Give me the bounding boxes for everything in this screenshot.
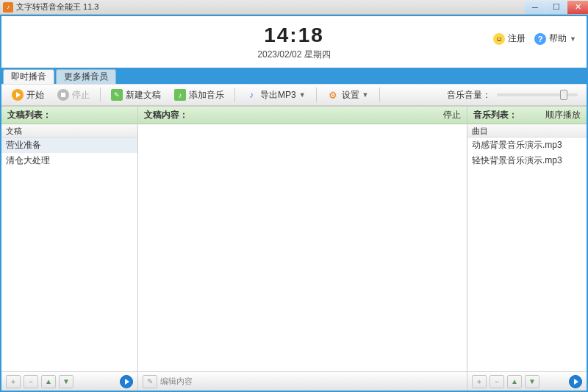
music-panel: 音乐列表： 顺序播放 曲目 动感背景音乐演示.mp3 轻快背景音乐演示.mp3 …	[467, 107, 587, 391]
scripts-panel-header: 文稿列表：	[1, 107, 137, 124]
help-icon: ?	[534, 33, 546, 45]
scripts-list: 营业准备 清仓大处理	[1, 138, 137, 371]
scripts-add-button[interactable]: ＋	[6, 375, 21, 388]
help-button[interactable]: ? 帮助 ▼	[534, 32, 576, 45]
new-script-button[interactable]: 新建文稿	[105, 87, 167, 104]
content-footer: 编辑内容	[138, 371, 467, 391]
window-minimize-button[interactable]: ─	[525, 1, 545, 14]
start-button[interactable]: 开始	[6, 87, 50, 104]
settings-button[interactable]: 设置 ▼	[321, 87, 375, 104]
scripts-down-button[interactable]: ▼	[59, 375, 74, 388]
music-play-button[interactable]	[569, 375, 582, 388]
tab-instant-broadcast[interactable]: 即时播音	[3, 69, 54, 84]
scripts-up-button[interactable]: ▲	[41, 375, 56, 388]
music-column-header[interactable]: 曲目	[467, 124, 587, 138]
toolbar-separator	[316, 88, 317, 102]
volume-label: 音乐音量：	[447, 89, 491, 101]
clock-time: 14:18	[257, 24, 330, 47]
music-panel-header: 音乐列表： 顺序播放	[467, 107, 587, 124]
chevron-down-icon: ▼	[362, 91, 369, 99]
play-icon	[12, 89, 24, 101]
toolbar: 开始 停止 新建文稿 添加音乐 导出MP3 ▼ 设置 ▼ 音乐音量：	[1, 84, 587, 106]
scripts-column-header[interactable]: 文稿	[1, 124, 137, 138]
register-button[interactable]: ☺ 注册	[493, 32, 526, 45]
music-remove-button[interactable]: －	[490, 375, 504, 388]
add-music-button[interactable]: 添加音乐	[168, 87, 230, 104]
window-maximize-button[interactable]: ☐	[546, 1, 567, 14]
content-panel-header: 文稿内容： 停止	[138, 107, 467, 124]
edit-content-button[interactable]	[143, 375, 157, 388]
music-footer: ＋ － ▲ ▼	[467, 371, 587, 391]
tabbar: 即时播音 更多播音员	[1, 68, 587, 84]
tab-more-announcers[interactable]: 更多播音员	[56, 69, 116, 84]
toolbar-separator	[379, 88, 380, 102]
content-status: 停止	[443, 109, 461, 121]
scripts-footer: ＋ － ▲ ▼	[1, 371, 137, 391]
music-add-button[interactable]: ＋	[472, 375, 487, 388]
register-label: 注册	[508, 32, 526, 45]
chevron-down-icon: ▼	[570, 35, 576, 43]
music-row[interactable]: 动感背景音乐演示.mp3	[467, 138, 587, 153]
scripts-remove-button[interactable]: －	[24, 375, 38, 388]
script-row[interactable]: 清仓大处理	[1, 153, 137, 168]
volume-thumb[interactable]	[560, 90, 567, 100]
toolbar-separator	[100, 88, 101, 102]
music-down-button[interactable]: ▼	[525, 375, 539, 388]
music-up-button[interactable]: ▲	[507, 375, 522, 388]
content-footer-label: 编辑内容	[160, 376, 193, 387]
help-label: 帮助	[549, 32, 567, 45]
stop-icon	[57, 89, 69, 101]
music-row[interactable]: 轻快背景音乐演示.mp3	[467, 153, 587, 168]
gear-icon	[327, 89, 339, 101]
script-row[interactable]: 营业准备	[1, 138, 137, 153]
window-close-button[interactable]: ✕	[567, 1, 588, 14]
note-icon	[245, 89, 257, 101]
header: 14:18 2023/02/02 星期四 ☺ 注册 ? 帮助 ▼	[1, 16, 587, 68]
scripts-play-button[interactable]	[120, 375, 133, 388]
app-icon: ♪	[3, 2, 13, 13]
document-icon	[111, 89, 123, 101]
content-textarea[interactable]	[138, 124, 467, 371]
window-titlebar: ♪ 文字转语音全能王 11.3 ─ ☐ ✕	[0, 0, 588, 15]
window-title: 文字转语音全能王 11.3	[16, 1, 98, 13]
clock-date: 2023/02/02 星期四	[257, 49, 330, 61]
export-mp3-button[interactable]: 导出MP3 ▼	[240, 87, 312, 104]
stop-button[interactable]: 停止	[51, 87, 96, 104]
music-list: 动感背景音乐演示.mp3 轻快背景音乐演示.mp3	[467, 138, 587, 371]
music-play-mode[interactable]: 顺序播放	[545, 109, 581, 121]
content-panel: 文稿内容： 停止 编辑内容	[137, 107, 467, 391]
scripts-panel: 文稿列表： 文稿 营业准备 清仓大处理 ＋ － ▲ ▼	[1, 107, 137, 391]
smiley-icon: ☺	[493, 33, 505, 45]
toolbar-separator	[234, 88, 235, 102]
volume-slider[interactable]	[497, 93, 578, 96]
chevron-down-icon: ▼	[299, 91, 306, 99]
music-add-icon	[174, 89, 186, 101]
